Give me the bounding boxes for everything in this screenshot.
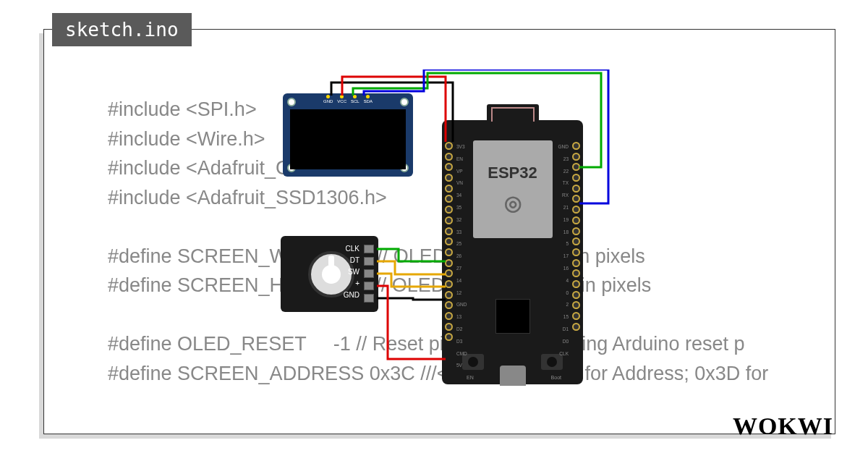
wire-enc-clk bbox=[377, 249, 446, 261]
code-line: #include <SPI.h> bbox=[108, 98, 257, 120]
code-line: #include <Wire.h> bbox=[108, 128, 265, 150]
wire-enc-dt bbox=[377, 261, 446, 274]
wire-enc-sw bbox=[377, 274, 446, 287]
file-tab[interactable]: sketch.ino bbox=[52, 13, 192, 46]
circuit-diagram[interactable]: GND VCC SCL SDA ESP32 ◎ EN Boot 3V3ENVPV… bbox=[283, 69, 666, 388]
wires-layer bbox=[283, 69, 666, 388]
wire-oled-scl bbox=[353, 73, 601, 167]
project-card: #include <SPI.h> #include <Wire.h> #incl… bbox=[43, 29, 835, 434]
wire-oled-vcc bbox=[342, 77, 446, 142]
file-tab-label: sketch.ino bbox=[65, 19, 179, 41]
wire-enc-vcc bbox=[377, 286, 446, 359]
wire-oled-sda bbox=[364, 69, 608, 203]
wokwi-logo: WOKWI bbox=[733, 413, 833, 440]
